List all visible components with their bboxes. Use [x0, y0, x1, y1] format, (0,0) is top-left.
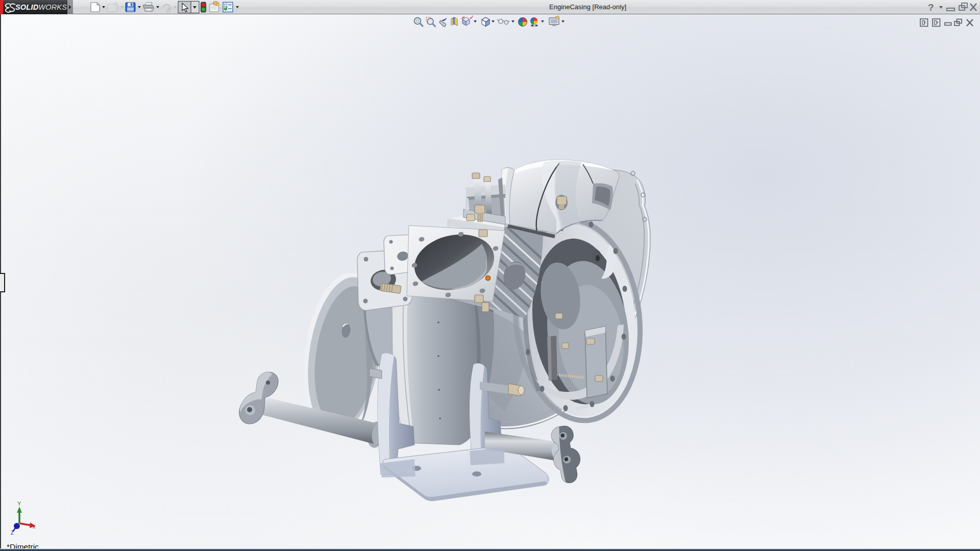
svg-text:?: ? [928, 2, 934, 13]
svg-text:x: x [33, 523, 36, 530]
svg-text:Z: Z [11, 530, 14, 536]
svg-text:Y: Y [17, 500, 21, 507]
